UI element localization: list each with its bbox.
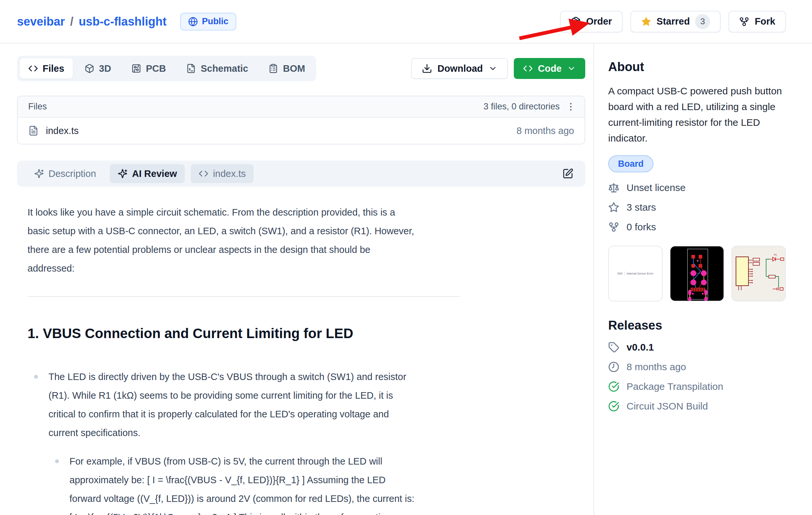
visibility-label: Public [202, 17, 228, 27]
fork-label: Fork [755, 16, 775, 27]
fork-button[interactable]: Fork [728, 11, 786, 32]
file-icon [28, 125, 39, 136]
file-terminal-icon [186, 64, 196, 73]
order-button[interactable]: Order [560, 11, 622, 32]
thumbnail-error-text: 500 Internal Server Error [609, 246, 662, 301]
content-divider [28, 296, 459, 297]
tag-icon [608, 342, 619, 353]
clock-icon [608, 361, 619, 372]
tab-schematic-label: Schematic [201, 63, 248, 74]
fork-icon [608, 221, 619, 233]
preview-thumbnails: 500 Internal Server Error [608, 246, 786, 301]
chevron-down-icon [567, 64, 576, 73]
main-column: Files 3D PCB Schematic BOM [0, 43, 593, 515]
breadcrumb-separator: / [70, 15, 74, 29]
globe-icon [188, 17, 198, 27]
release-check-label: Package Transpilation [627, 381, 723, 392]
tab-schematic[interactable]: Schematic [178, 58, 257, 79]
code-label: Code [538, 63, 562, 74]
file-name[interactable]: index.ts [46, 125, 79, 136]
releases-title: Releases [608, 319, 786, 333]
tab-bom[interactable]: BOM [260, 58, 314, 79]
files-menu-button[interactable] [566, 101, 576, 112]
thumbnail-error-divider [624, 271, 625, 276]
order-label: Order [586, 16, 612, 27]
download-icon [422, 63, 432, 74]
chevron-down-icon [488, 64, 497, 73]
files-card-title: Files [28, 101, 47, 112]
svg-text:R1: R1 [774, 253, 777, 256]
star-outline-icon [608, 202, 619, 213]
repo-header: seveibar / usb-c-flashlight Public Order… [0, 0, 812, 43]
tab-ai-review[interactable]: AI Review [110, 164, 185, 183]
tab-files[interactable]: Files [20, 58, 73, 79]
repo-name-link[interactable]: usb-c-flashlight [79, 15, 167, 29]
topic-badge-board[interactable]: Board [608, 155, 654, 172]
tab-index-ts-label: index.ts [213, 169, 246, 179]
files-card: Files 3 files, 0 directories index.ts 8 … [17, 96, 585, 145]
tab-pcb[interactable]: PCB [123, 58, 174, 79]
about-title: About [608, 60, 786, 74]
tab-3d-label: 3D [99, 63, 111, 74]
code-button[interactable]: Code [514, 58, 586, 79]
breadcrumb: seveibar / usb-c-flashlight Public [17, 13, 236, 30]
release-rows: v0.0.1 8 months ago Package Transpilatio… [608, 342, 786, 412]
thumbnail-schematic-preview[interactable]: R1 [731, 246, 786, 301]
view-toolbar: Files 3D PCB Schematic BOM [17, 56, 585, 81]
description-tabs: Description AI Review index.ts [17, 160, 585, 187]
release-check-label: Circuit JSON Build [627, 401, 708, 412]
kebab-menu-icon [566, 101, 576, 112]
sidebar: About A compact USB-C powered push butto… [593, 43, 812, 515]
ai-review-content: It looks like you have a simple circuit … [17, 187, 585, 515]
star-count-badge: 3 [695, 14, 710, 29]
schematic-preview-image: R1 [732, 246, 786, 301]
tab-description-label: Description [49, 169, 96, 179]
tab-description[interactable]: Description [26, 164, 104, 183]
about-description: A compact USB-C powered push button boar… [608, 83, 786, 146]
release-check-row[interactable]: Package Transpilation [608, 381, 786, 392]
release-check-row[interactable]: Circuit JSON Build [608, 401, 786, 412]
clipboard-list-icon [268, 64, 278, 73]
fork-icon [739, 17, 749, 27]
starred-label: Starred [657, 16, 690, 27]
release-version-row[interactable]: v0.0.1 [608, 342, 786, 353]
tab-ai-review-label: AI Review [132, 169, 177, 179]
table-row[interactable]: index.ts 8 months ago [18, 118, 585, 144]
check-circle-icon [608, 401, 619, 412]
list-item: For example, if VBUS (from USB-C) is 5V,… [49, 452, 484, 515]
star-icon [641, 17, 651, 27]
scale-icon [608, 182, 619, 193]
license-row[interactable]: Unset license [608, 182, 786, 193]
code-icon [28, 64, 38, 73]
edit-button[interactable] [562, 168, 574, 179]
visibility-badge: Public [180, 13, 236, 30]
tab-files-label: Files [42, 63, 64, 74]
list-item: The LED is directly driven by the USB-C'… [28, 368, 463, 442]
files-meta: 3 files, 0 directories [483, 101, 560, 112]
thumbnail-pcb-preview[interactable] [670, 246, 724, 301]
download-button[interactable]: Download [411, 58, 508, 79]
pcb-preview-image [670, 246, 724, 301]
file-age: 8 months ago [516, 125, 574, 136]
header-actions: Order Starred 3 Fork [560, 11, 786, 32]
license-label: Unset license [627, 182, 686, 193]
stars-row[interactable]: 3 stars [608, 202, 786, 213]
circuit-board-icon [132, 64, 141, 73]
download-label: Download [437, 63, 483, 74]
files-card-header: Files 3 files, 0 directories [18, 96, 585, 118]
box-icon [85, 64, 94, 73]
check-circle-icon [608, 381, 619, 392]
sparkles-icon [118, 169, 127, 179]
forks-label: 0 forks [627, 221, 656, 233]
thumbnail-3d-preview[interactable]: 500 Internal Server Error [608, 246, 663, 301]
page-body: Files 3D PCB Schematic BOM [0, 43, 812, 515]
tab-3d[interactable]: 3D [76, 58, 120, 79]
tab-index-ts[interactable]: index.ts [191, 164, 254, 183]
sparkles-icon [34, 169, 44, 179]
starred-button[interactable]: Starred 3 [631, 11, 721, 32]
release-age-label: 8 months ago [627, 361, 686, 372]
forks-row[interactable]: 0 forks [608, 221, 786, 233]
repo-owner-link[interactable]: seveibar [17, 15, 65, 29]
review-bullet-list: The LED is directly driven by the USB-C'… [28, 368, 585, 515]
edit-pencil-icon [562, 168, 574, 179]
